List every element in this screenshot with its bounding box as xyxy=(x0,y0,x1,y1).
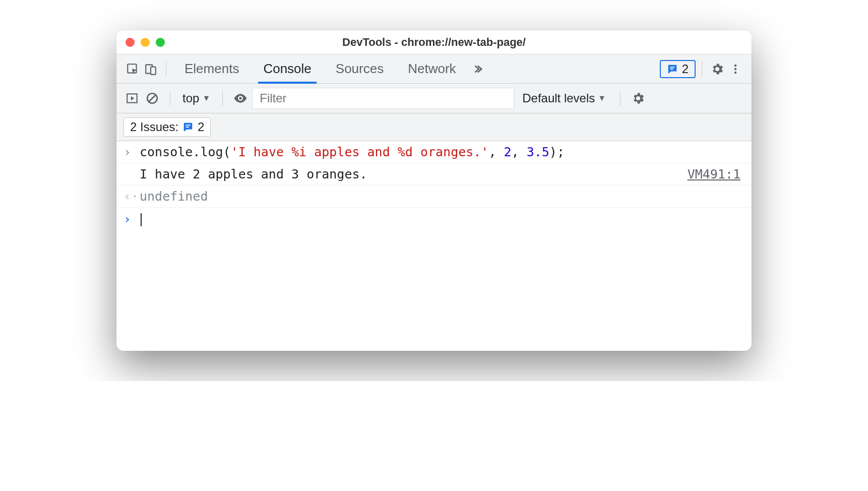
divider xyxy=(702,62,702,77)
tab-sources[interactable]: Sources xyxy=(324,54,396,83)
zoom-window-button[interactable] xyxy=(156,38,165,47)
levels-value: Default levels xyxy=(522,91,595,105)
chevron-down-icon: ▼ xyxy=(202,94,210,103)
log-levels-selector[interactable]: Default levels ▼ xyxy=(517,91,611,105)
return-chevron-icon: ‹· xyxy=(123,189,140,204)
text-cursor xyxy=(141,213,142,226)
console-prompt-input[interactable] xyxy=(140,212,745,226)
divider xyxy=(222,91,223,106)
svg-point-11 xyxy=(239,97,242,100)
toggle-sidebar-icon[interactable] xyxy=(123,90,141,107)
code-comma: , xyxy=(512,145,527,159)
inspect-element-icon[interactable] xyxy=(123,60,142,78)
svg-line-10 xyxy=(149,95,156,102)
svg-rect-2 xyxy=(151,67,156,74)
tab-label: Elements xyxy=(184,61,239,77)
context-value: top xyxy=(182,91,199,105)
svg-rect-12 xyxy=(185,125,190,126)
settings-icon[interactable] xyxy=(708,60,726,78)
console-settings-icon[interactable] xyxy=(630,90,647,107)
issues-badge[interactable]: 2 xyxy=(660,60,696,78)
message-icon xyxy=(667,64,678,75)
prompt-chevron-icon: › xyxy=(123,212,140,226)
console-return-value: undefined xyxy=(140,189,745,204)
input-chevron-icon: › xyxy=(123,145,140,159)
devtools-window: DevTools - chrome://new-tab-page/ Elemen… xyxy=(116,30,752,351)
tab-elements[interactable]: Elements xyxy=(172,54,251,83)
svg-rect-0 xyxy=(128,64,136,73)
console-toolbar: top ▼ Default levels ▼ xyxy=(116,84,752,113)
code-open: ( xyxy=(223,145,231,159)
tab-network[interactable]: Network xyxy=(396,54,468,83)
more-tabs-icon[interactable] xyxy=(468,60,486,78)
issues-chip-count: 2 xyxy=(198,120,204,134)
tab-label: Console xyxy=(263,61,311,77)
context-selector[interactable]: top ▼ xyxy=(179,91,213,105)
console-body: › console.log('I have %i apples and %d o… xyxy=(116,141,752,351)
titlebar: DevTools - chrome://new-tab-page/ xyxy=(116,30,752,54)
close-window-button[interactable] xyxy=(126,38,135,47)
code-close: ); xyxy=(549,145,565,159)
svg-point-5 xyxy=(734,64,736,66)
tabbar: Elements Console Sources Network 2 xyxy=(116,54,752,84)
output-source-link[interactable]: VM491:1 xyxy=(688,167,745,181)
minimize-window-button[interactable] xyxy=(141,38,150,47)
issues-chip[interactable]: 2 Issues: 2 xyxy=(123,117,211,137)
tab-label: Network xyxy=(408,61,456,77)
code-fn: console.log xyxy=(140,145,223,159)
code-string: 'I have %i apples and %d oranges.' xyxy=(231,145,489,159)
console-return-row: ‹· undefined xyxy=(116,186,752,208)
device-toolbar-icon[interactable] xyxy=(142,60,160,78)
console-output-text: I have 2 apples and 3 oranges. xyxy=(140,167,688,181)
clear-console-icon[interactable] xyxy=(144,90,161,107)
kebab-menu-icon[interactable] xyxy=(726,60,745,78)
svg-rect-3 xyxy=(670,67,674,68)
console-empty-area[interactable] xyxy=(116,230,752,351)
issues-row: 2 Issues: 2 xyxy=(116,113,752,141)
console-prompt-row[interactable]: › xyxy=(116,208,752,230)
code-arg1: 2 xyxy=(504,145,512,159)
divider xyxy=(620,91,621,106)
svg-point-6 xyxy=(734,68,736,70)
traffic-lights xyxy=(126,38,165,47)
message-icon xyxy=(182,121,194,133)
svg-rect-13 xyxy=(185,127,189,128)
svg-point-7 xyxy=(734,71,736,73)
code-comma: , xyxy=(488,145,504,159)
divider xyxy=(166,62,166,77)
tab-console[interactable]: Console xyxy=(251,54,323,83)
issues-label: 2 Issues: xyxy=(130,120,178,134)
tab-label: Sources xyxy=(336,61,384,77)
console-output-row: I have 2 apples and 3 oranges. VM491:1 xyxy=(116,163,752,186)
filter-input[interactable] xyxy=(252,88,514,109)
console-input-row: › console.log('I have %i apples and %d o… xyxy=(116,141,752,163)
chevron-down-icon: ▼ xyxy=(598,94,606,103)
window-title: DevTools - chrome://new-tab-page/ xyxy=(116,36,752,49)
live-expression-icon[interactable] xyxy=(232,90,249,107)
console-input-code: console.log('I have %i apples and %d ora… xyxy=(140,145,745,159)
svg-rect-4 xyxy=(670,69,673,70)
code-arg2: 3.5 xyxy=(527,145,549,159)
issues-count: 2 xyxy=(682,62,689,76)
divider xyxy=(170,91,170,106)
